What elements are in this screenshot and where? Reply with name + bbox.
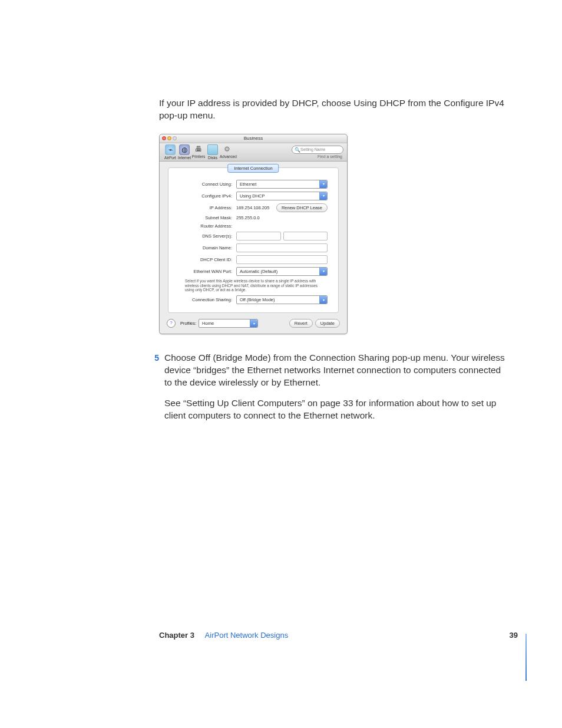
disk-icon (207, 144, 218, 155)
page-footer: Chapter 3 AirPort Network Designs 39 (159, 631, 518, 640)
toolbar: ⌁ AirPort ◍ Internet 🖶 Printers Disks ⚙ (160, 143, 347, 162)
settings-panel: Internet Connection Connect Using: Ether… (168, 167, 339, 313)
label-configure-ipv4: Configure IPv4: (179, 193, 234, 199)
airport-utility-window: Business ⌁ AirPort ◍ Internet 🖶 Printers (159, 134, 348, 334)
connection-sharing-hint: Select if you want this Apple wireless d… (185, 279, 328, 292)
chapter-title: AirPort Network Designs (205, 631, 289, 640)
airport-icon: ⌁ (165, 144, 176, 155)
input-domain-name[interactable] (236, 243, 328, 252)
value-subnet-mask: 255.255.0.0 (236, 215, 260, 220)
toolbar-item-printers[interactable]: 🖶 Printers (191, 144, 206, 160)
step-number: 5 (146, 353, 164, 363)
select-connection-sharing[interactable]: Off (Bridge Mode) ▾ (236, 295, 328, 304)
chevron-updown-icon: ▾ (250, 319, 257, 327)
input-dhcp-client-id[interactable] (236, 255, 328, 264)
search-container: 🔍 Setting Name Find a setting (292, 146, 343, 159)
page-number: 39 (510, 631, 518, 640)
select-connect-using[interactable]: Ethernet ▾ (236, 180, 328, 189)
input-dns-1[interactable] (236, 232, 281, 241)
label-connection-sharing: Connection Sharing: (179, 297, 234, 302)
chevron-updown-icon: ▾ (319, 180, 327, 188)
search-icon: 🔍 (295, 147, 300, 154)
chevron-updown-icon: ▾ (319, 296, 327, 304)
page-edge-rule (525, 634, 527, 681)
search-hint: Find a setting (292, 154, 343, 159)
toolbar-item-airport[interactable]: ⌁ AirPort (163, 144, 177, 160)
select-configure-ipv4[interactable]: Using DHCP ▾ (236, 192, 328, 200)
chevron-updown-icon: ▾ (319, 268, 327, 275)
window-title: Business (244, 136, 263, 141)
search-input[interactable]: 🔍 Setting Name (292, 146, 343, 154)
label-connect-using: Connect Using: (179, 182, 234, 187)
label-ethernet-wan-port: Ethernet WAN Port: (179, 269, 234, 274)
minimize-icon[interactable] (167, 136, 171, 140)
update-button[interactable]: Update (315, 319, 340, 328)
zoom-icon[interactable] (173, 136, 177, 140)
gear-icon: ⚙ (222, 144, 232, 154)
value-ip-address: 169.254.108.205 (236, 205, 274, 210)
select-ethernet-wan-port[interactable]: Automatic (Default) ▾ (236, 267, 328, 276)
traffic-lights (162, 136, 177, 140)
label-dhcp-client-id: DHCP Client ID: (179, 257, 234, 262)
toolbar-item-advanced[interactable]: ⚙ Advanced (220, 144, 234, 160)
toolbar-item-internet[interactable]: ◍ Internet (177, 144, 191, 160)
window-titlebar: Business (160, 134, 347, 143)
followup-text: See “Setting Up Client Computers” on pag… (164, 397, 507, 422)
window-bottom-bar: ? Profiles: Home ▾ Revert Update (160, 319, 347, 334)
printer-icon: 🖶 (194, 144, 203, 154)
label-router-address: Router Address: (179, 223, 234, 229)
close-icon[interactable] (162, 136, 166, 140)
instruction-dhcp: If your IP address is provided by DHCP, … (159, 97, 507, 122)
label-dns-servers: DNS Server(s): (179, 233, 234, 239)
label-subnet-mask: Subnet Mask: (179, 215, 234, 220)
label-domain-name: Domain Name: (179, 245, 234, 251)
chevron-updown-icon: ▾ (319, 192, 327, 200)
revert-button[interactable]: Revert (289, 319, 313, 328)
renew-dhcp-lease-button[interactable]: Renew DHCP Lease (276, 203, 328, 212)
select-profile[interactable]: Home ▾ (199, 319, 258, 328)
tab-internet-connection[interactable]: Internet Connection (227, 164, 279, 173)
help-button[interactable]: ? (167, 319, 176, 328)
toolbar-item-disks[interactable]: Disks (206, 144, 220, 160)
chapter-label: Chapter 3 (159, 631, 194, 640)
label-profiles: Profiles: (180, 321, 196, 326)
step-text: Choose Off (Bridge Mode) from the Connec… (164, 352, 507, 389)
label-ip-address: IP Address: (179, 205, 234, 210)
input-dns-2[interactable] (283, 232, 328, 241)
globe-icon: ◍ (179, 144, 190, 155)
